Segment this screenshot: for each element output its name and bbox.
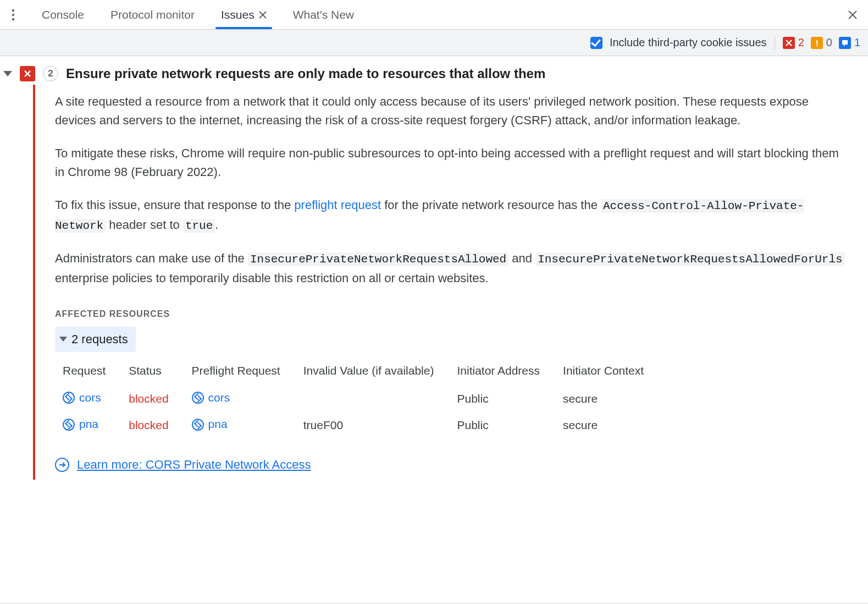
preflight-link[interactable]: pna [192, 415, 228, 433]
chevron-down-icon [59, 337, 67, 342]
separator [775, 36, 775, 50]
issue-item: 2 Ensure private network requests are on… [0, 56, 868, 496]
third-party-cookie-toggle[interactable]: Include third-party cookie issues [588, 35, 767, 51]
request-link[interactable]: pna [63, 415, 98, 433]
invalid-value [296, 386, 450, 413]
initiator-address: Public [449, 412, 555, 439]
requests-summary-label: 2 requests [71, 330, 128, 349]
header-value-code: true [183, 219, 215, 233]
svg-rect-4 [816, 45, 818, 46]
policy-code: InsecurePrivateNetworkRequestsAllowed [248, 252, 508, 266]
issue-description-p4: Administrators can make use of the Insec… [55, 249, 852, 288]
info-count-value: 1 [854, 36, 860, 49]
svg-point-2 [12, 18, 14, 20]
tab-label: What's New [293, 8, 354, 21]
issues-toolbar: Include third-party cookie issues 2 0 1 [0, 30, 868, 56]
table-row: pna blocked pna trueF00 Public secure [55, 412, 659, 439]
invalid-value: trueF00 [296, 412, 450, 439]
svg-point-0 [12, 9, 14, 11]
request-link[interactable]: cors [63, 389, 101, 407]
more-tabs-button[interactable] [3, 5, 23, 25]
third-party-cookie-checkbox[interactable] [590, 37, 602, 49]
learn-more-link[interactable]: Learn more: CORS Private Network Access [55, 455, 311, 474]
warning-icon [811, 37, 823, 49]
tabs: Console Protocol monitor Issues What's N… [29, 0, 367, 29]
error-count[interactable]: 2 [783, 36, 804, 49]
tab-whats-new[interactable]: What's New [280, 0, 367, 29]
info-icon [839, 37, 851, 49]
initiator-context: secure [555, 386, 659, 413]
table-header-row: Request Status Preflight Request Invalid… [55, 356, 659, 386]
error-icon [783, 37, 795, 49]
network-icon [63, 419, 75, 431]
affected-requests-table: Request Status Preflight Request Invalid… [55, 356, 659, 439]
col-initiator-ctx: Initiator Context [555, 356, 659, 386]
arrow-right-icon [55, 458, 69, 472]
issue-description-p1: A site requested a resource from a netwo… [55, 92, 852, 130]
svg-point-1 [12, 13, 14, 15]
col-status: Status [121, 356, 184, 386]
issue-counts: 2 0 1 [783, 36, 860, 49]
tab-issues[interactable]: Issues [208, 0, 280, 29]
network-icon [192, 392, 204, 404]
error-count-value: 2 [798, 36, 804, 49]
learn-more-label: Learn more: CORS Private Network Access [77, 455, 311, 474]
issue-description-p2: To mitigate these risks, Chrome will req… [55, 144, 852, 182]
initiator-context: secure [555, 412, 659, 439]
tab-protocol-monitor[interactable]: Protocol monitor [97, 0, 208, 29]
requests-expander[interactable]: 2 requests [55, 327, 136, 352]
close-panel-button[interactable] [843, 5, 863, 25]
status-value: blocked [129, 392, 168, 405]
policy-code: InsecurePrivateNetworkRequestsAllowedFor… [535, 252, 845, 266]
preflight-request-link[interactable]: preflight request [294, 198, 381, 212]
close-icon[interactable] [259, 11, 267, 19]
initiator-address: Public [449, 386, 555, 413]
affected-resources-label: AFFECTED RESOURCES [55, 308, 852, 321]
status-value: blocked [129, 419, 168, 431]
issue-description-p3: To fix this issue, ensure that response … [55, 196, 852, 235]
error-icon [20, 66, 35, 81]
issues-content[interactable]: 2 Ensure private network requests are on… [0, 56, 868, 604]
preflight-link[interactable]: cors [192, 389, 230, 407]
tab-label: Protocol monitor [110, 8, 195, 21]
table-row: cors blocked cors Public secure [55, 386, 659, 413]
chevron-down-icon[interactable] [3, 71, 12, 76]
devtools-tabbar: Console Protocol monitor Issues What's N… [0, 0, 868, 30]
col-initiator-addr: Initiator Address [449, 356, 555, 386]
warning-count[interactable]: 0 [811, 36, 832, 49]
warning-count-value: 0 [826, 36, 832, 49]
third-party-cookie-label: Include third-party cookie issues [610, 36, 767, 49]
network-icon [192, 419, 204, 431]
tab-label: Issues [221, 8, 255, 21]
info-count[interactable]: 1 [839, 36, 860, 49]
col-invalid-value: Invalid Value (if available) [296, 356, 450, 386]
col-preflight: Preflight Request [184, 356, 296, 386]
tab-console[interactable]: Console [29, 0, 97, 29]
col-request: Request [55, 356, 121, 386]
issue-occurrence-count: 2 [43, 66, 58, 81]
svg-rect-3 [816, 40, 818, 44]
issue-body: A site requested a resource from a netwo… [33, 85, 863, 480]
tab-label: Console [42, 8, 84, 21]
network-icon [63, 392, 75, 404]
issue-title: Ensure private network requests are only… [66, 66, 545, 81]
issue-header[interactable]: 2 Ensure private network requests are on… [3, 66, 863, 81]
